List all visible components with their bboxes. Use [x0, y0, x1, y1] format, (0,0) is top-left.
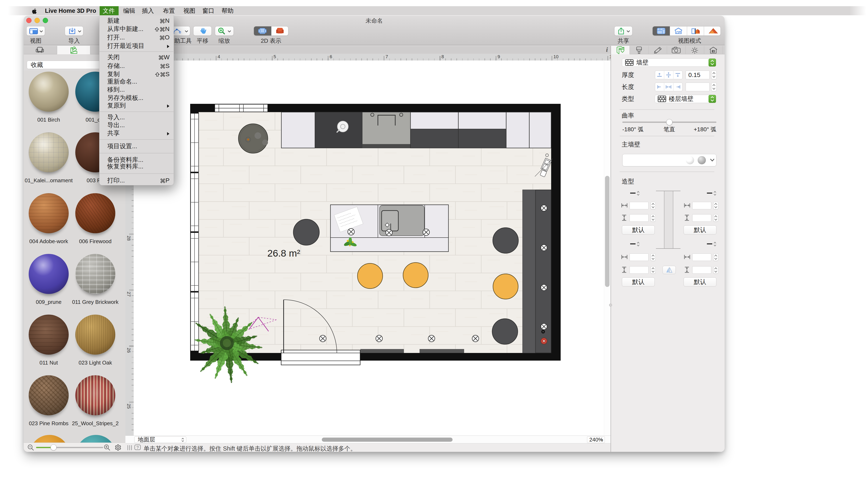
svg-text:26.8 m²: 26.8 m² [267, 248, 300, 259]
